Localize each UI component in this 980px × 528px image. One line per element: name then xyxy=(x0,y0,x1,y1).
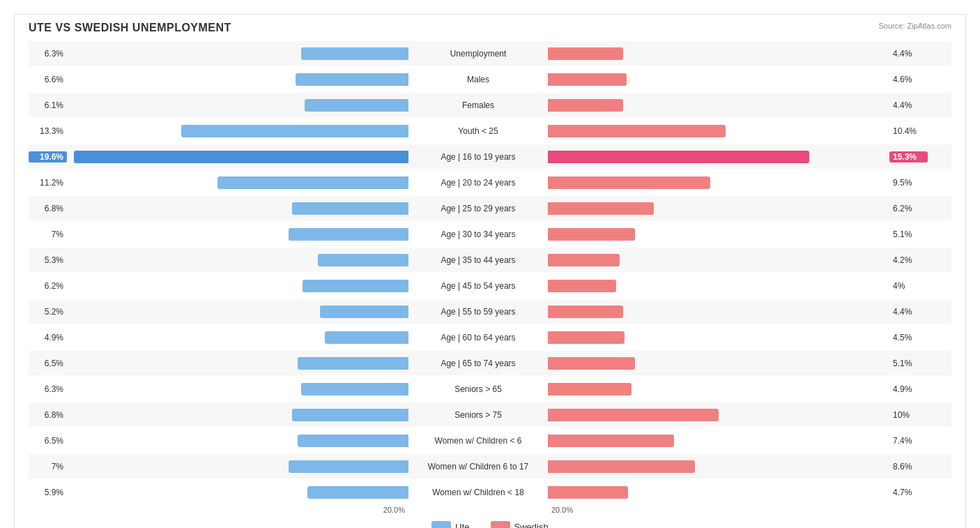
bar-section-left xyxy=(67,73,408,86)
row-label: Age | 30 to 34 years xyxy=(408,229,548,239)
chart-row: 6.6% Males 4.6% xyxy=(29,67,951,91)
bar-section-right xyxy=(548,306,889,318)
left-value: 4.9% xyxy=(29,333,67,342)
bar-section-right xyxy=(548,435,889,447)
bar-left xyxy=(289,460,408,473)
row-label: Seniors > 75 xyxy=(408,410,548,420)
bar-section-left xyxy=(67,202,408,215)
bar-section-right xyxy=(548,47,889,60)
left-value: 6.1% xyxy=(29,100,67,110)
bar-left xyxy=(181,125,408,137)
bar-left xyxy=(301,47,408,60)
right-value: 15.3% xyxy=(889,151,928,163)
legend-item-ute: Ute xyxy=(431,521,469,528)
right-value: 4.9% xyxy=(889,384,928,394)
row-label: Age | 35 to 44 years xyxy=(408,255,548,265)
left-value: 11.2% xyxy=(29,178,67,188)
bar-section-right xyxy=(548,331,889,344)
left-value: 6.5% xyxy=(29,436,67,446)
bar-section-right xyxy=(548,99,889,112)
bar-left xyxy=(298,435,408,447)
bar-left xyxy=(325,331,408,344)
swedish-label: Swedish xyxy=(514,522,549,529)
chart-row: 11.2% Age | 20 to 24 years 9.5% xyxy=(29,170,951,195)
bar-left xyxy=(305,99,408,112)
row-label: Males xyxy=(408,75,548,84)
left-value: 5.2% xyxy=(29,307,67,317)
axis-right: 20.0% xyxy=(408,506,951,514)
row-label: Age | 60 to 64 years xyxy=(408,333,548,342)
bar-right xyxy=(548,486,628,499)
bar-left xyxy=(307,486,408,499)
bar-left xyxy=(217,176,408,189)
bar-section-left xyxy=(67,460,408,473)
chart-header: UTE VS SWEDISH UNEMPLOYMENT Source: ZipA… xyxy=(29,22,951,34)
bar-left xyxy=(292,202,408,215)
row-label: Women w/ Children 6 to 17 xyxy=(408,462,548,472)
chart-source: Source: ZipAtlas.com xyxy=(878,22,951,30)
left-value: 6.2% xyxy=(29,281,67,291)
left-value: 5.9% xyxy=(29,488,67,497)
bar-section-right xyxy=(548,280,889,292)
right-value: 5.1% xyxy=(889,229,928,239)
bar-left xyxy=(303,280,408,292)
bar-right xyxy=(548,228,635,241)
bar-right xyxy=(548,357,635,370)
left-value: 6.8% xyxy=(29,410,67,420)
legend-item-swedish: Swedish xyxy=(491,521,549,528)
chart-row: 6.5% Age | 65 to 74 years 5.1% xyxy=(29,351,951,375)
chart-row: 7% Women w/ Children 6 to 17 8.6% xyxy=(29,454,951,478)
right-value: 10.4% xyxy=(889,126,928,136)
bar-left xyxy=(318,254,408,266)
bar-section-right xyxy=(548,202,889,215)
row-label: Age | 55 to 59 years xyxy=(408,307,548,317)
chart-area: 6.3% Unemployment 4.4% 6.6% Males 4.6% 6… xyxy=(29,41,951,504)
right-value: 4.4% xyxy=(889,49,928,59)
chart-title: UTE VS SWEDISH UNEMPLOYMENT xyxy=(29,22,231,34)
bar-section-right xyxy=(548,125,889,137)
bar-left xyxy=(292,409,408,421)
bar-section-right xyxy=(548,460,889,473)
bar-section-left xyxy=(67,306,408,318)
bar-section-right xyxy=(548,73,889,86)
chart-row: 5.3% Age | 35 to 44 years 4.2% xyxy=(29,248,951,272)
right-value: 4.4% xyxy=(889,100,928,110)
bar-right xyxy=(548,383,631,395)
row-label: Age | 65 to 74 years xyxy=(408,359,548,368)
bar-section-left xyxy=(67,486,408,499)
legend: Ute Swedish xyxy=(29,521,951,528)
chart-row: 5.9% Women w/ Children < 18 4.7% xyxy=(29,480,951,504)
chart-row: 13.3% Youth < 25 10.4% xyxy=(29,119,951,143)
chart-row: 6.1% Females 4.4% xyxy=(29,93,951,117)
axis-left: 20.0% xyxy=(29,506,408,514)
bar-section-right xyxy=(548,383,889,395)
chart-row: 6.3% Unemployment 4.4% xyxy=(29,41,951,66)
right-value: 10% xyxy=(889,410,928,420)
left-value: 6.6% xyxy=(29,75,67,84)
bar-right xyxy=(548,331,625,344)
ute-label: Ute xyxy=(455,522,469,529)
bar-section-right xyxy=(548,486,889,499)
bar-section-right xyxy=(548,254,889,266)
row-label: Unemployment xyxy=(408,49,548,59)
bar-section-right xyxy=(548,151,889,163)
chart-row: 4.9% Age | 60 to 64 years 4.5% xyxy=(29,325,951,349)
axis-labels: 20.0% 20.0% xyxy=(29,506,951,514)
row-label: Youth < 25 xyxy=(408,126,548,136)
chart-row: 6.3% Seniors > 65 4.9% xyxy=(29,377,951,401)
left-value: 6.3% xyxy=(29,384,67,394)
chart-row: 6.5% Women w/ Children < 6 7.4% xyxy=(29,428,951,453)
bar-section-left xyxy=(67,228,408,241)
bar-right xyxy=(548,125,726,137)
row-label: Females xyxy=(408,100,548,110)
bar-section-left xyxy=(67,254,408,266)
right-value: 9.5% xyxy=(889,178,928,188)
bar-right xyxy=(548,280,616,292)
left-value: 6.5% xyxy=(29,359,67,368)
left-value: 19.6% xyxy=(29,151,67,163)
bar-right xyxy=(548,151,809,163)
bar-right xyxy=(548,254,620,266)
bar-section-left xyxy=(67,176,408,189)
bar-section-right xyxy=(548,228,889,241)
ute-color-swatch xyxy=(431,521,451,528)
